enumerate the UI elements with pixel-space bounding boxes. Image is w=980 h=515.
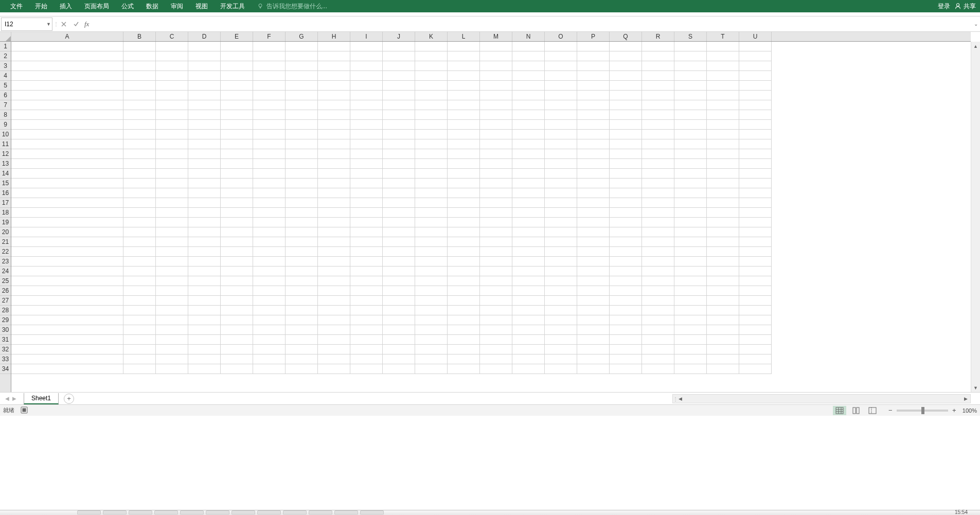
column-header[interactable]: U xyxy=(739,32,772,41)
cell[interactable] xyxy=(610,227,642,237)
cell[interactable] xyxy=(253,179,286,188)
cell[interactable] xyxy=(221,315,253,325)
cell[interactable] xyxy=(350,315,383,325)
cell[interactable] xyxy=(577,51,610,61)
cell[interactable] xyxy=(188,198,221,208)
cell[interactable] xyxy=(383,267,415,276)
cell[interactable] xyxy=(545,257,577,267)
cell[interactable] xyxy=(156,149,188,159)
cell[interactable] xyxy=(415,159,448,169)
cell[interactable] xyxy=(674,325,707,335)
cell[interactable] xyxy=(156,227,188,237)
cell[interactable] xyxy=(707,51,739,61)
cell[interactable] xyxy=(383,335,415,345)
cell[interactable] xyxy=(610,91,642,100)
cell[interactable] xyxy=(11,306,123,315)
cell[interactable] xyxy=(350,247,383,257)
cell[interactable] xyxy=(415,100,448,110)
cell[interactable] xyxy=(221,169,253,179)
cell[interactable] xyxy=(577,91,610,100)
cell[interactable] xyxy=(512,149,545,159)
cell[interactable] xyxy=(123,335,156,345)
cell[interactable] xyxy=(156,364,188,374)
cell[interactable] xyxy=(221,306,253,315)
cell[interactable] xyxy=(739,139,772,149)
cell[interactable] xyxy=(11,325,123,335)
cell[interactable] xyxy=(286,267,318,276)
cell[interactable] xyxy=(707,267,739,276)
cell[interactable] xyxy=(512,71,545,81)
cell[interactable] xyxy=(480,81,512,91)
cell[interactable] xyxy=(707,354,739,364)
cell[interactable] xyxy=(545,169,577,179)
cell[interactable] xyxy=(610,218,642,227)
cell[interactable] xyxy=(123,345,156,354)
cell[interactable] xyxy=(221,325,253,335)
cell[interactable] xyxy=(318,335,350,345)
cell[interactable] xyxy=(674,149,707,159)
cell[interactable] xyxy=(188,237,221,247)
cell[interactable] xyxy=(11,179,123,188)
cell[interactable] xyxy=(545,325,577,335)
cell[interactable] xyxy=(188,286,221,296)
cell[interactable] xyxy=(123,218,156,227)
cell[interactable] xyxy=(415,110,448,120)
cell[interactable] xyxy=(480,335,512,345)
cell[interactable] xyxy=(480,227,512,237)
cell[interactable] xyxy=(156,61,188,71)
cell[interactable] xyxy=(707,364,739,374)
row-header[interactable]: 6 xyxy=(0,91,11,100)
cell[interactable] xyxy=(480,237,512,247)
cell[interactable] xyxy=(11,91,123,100)
cell[interactable] xyxy=(415,237,448,247)
cell[interactable] xyxy=(707,81,739,91)
cell[interactable] xyxy=(739,325,772,335)
cell[interactable] xyxy=(350,237,383,247)
cell[interactable] xyxy=(188,179,221,188)
cell[interactable] xyxy=(188,218,221,227)
cell[interactable] xyxy=(123,91,156,100)
cell[interactable] xyxy=(415,169,448,179)
cell[interactable] xyxy=(11,149,123,159)
cell[interactable] xyxy=(383,227,415,237)
cell[interactable] xyxy=(221,218,253,227)
cell[interactable] xyxy=(642,325,674,335)
cell[interactable] xyxy=(642,100,674,110)
cell[interactable] xyxy=(577,159,610,169)
cell[interactable] xyxy=(156,81,188,91)
cell[interactable] xyxy=(674,276,707,286)
cell[interactable] xyxy=(512,110,545,120)
row-header[interactable]: 21 xyxy=(0,237,11,247)
cell[interactable] xyxy=(610,120,642,130)
cell[interactable] xyxy=(253,42,286,51)
cell[interactable] xyxy=(707,139,739,149)
cell[interactable] xyxy=(11,354,123,364)
cell[interactable] xyxy=(674,218,707,227)
cell[interactable] xyxy=(512,315,545,325)
zoom-slider[interactable] xyxy=(897,410,948,412)
cell[interactable] xyxy=(383,130,415,139)
cell[interactable] xyxy=(253,247,286,257)
cell[interactable] xyxy=(286,130,318,139)
cell[interactable] xyxy=(123,42,156,51)
cell[interactable] xyxy=(123,296,156,306)
cell[interactable] xyxy=(156,130,188,139)
cell[interactable] xyxy=(545,149,577,159)
cell[interactable] xyxy=(739,208,772,218)
cell[interactable] xyxy=(707,247,739,257)
cell[interactable] xyxy=(318,364,350,374)
cell[interactable] xyxy=(318,257,350,267)
cell[interactable] xyxy=(253,257,286,267)
cell[interactable] xyxy=(610,159,642,169)
cell[interactable] xyxy=(674,315,707,325)
cell[interactable] xyxy=(383,257,415,267)
cell[interactable] xyxy=(739,306,772,315)
cell[interactable] xyxy=(739,61,772,71)
cell[interactable] xyxy=(318,286,350,296)
cell[interactable] xyxy=(448,120,480,130)
cell[interactable] xyxy=(642,237,674,247)
cell[interactable] xyxy=(739,81,772,91)
select-all-corner[interactable] xyxy=(0,32,11,42)
cell[interactable] xyxy=(318,296,350,306)
cell[interactable] xyxy=(318,198,350,208)
